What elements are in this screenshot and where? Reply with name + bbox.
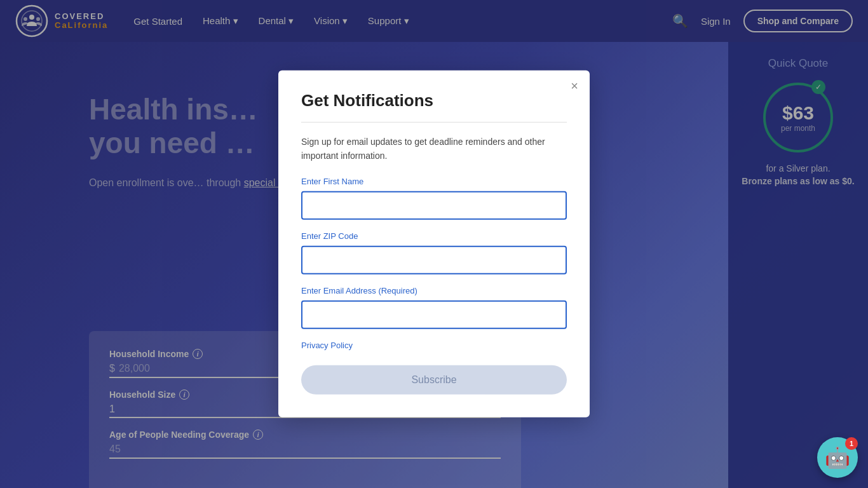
email-label: Enter Email Address (Required) [301,286,567,295]
chatbot-widget[interactable]: 1 🤖 [817,437,858,478]
first-name-label: Enter First Name [301,177,567,186]
modal-description: Sign up for email updates to get deadlin… [301,135,567,163]
modal-title: Get Notifications [301,91,567,111]
zip-code-input[interactable] [301,246,567,274]
subscribe-button[interactable]: Subscribe [301,365,567,395]
email-input[interactable] [301,301,567,329]
chatbot-badge: 1 [845,437,858,450]
chatbot-icon: 🤖 [825,445,850,470]
modal-divider [301,122,567,123]
get-notifications-modal: × Get Notifications Sign up for email up… [278,71,590,417]
privacy-policy-link[interactable]: Privacy Policy [301,341,567,350]
modal-close-button[interactable]: × [571,79,578,92]
first-name-input[interactable] [301,191,567,220]
zip-code-label: Enter ZIP Code [301,231,567,241]
